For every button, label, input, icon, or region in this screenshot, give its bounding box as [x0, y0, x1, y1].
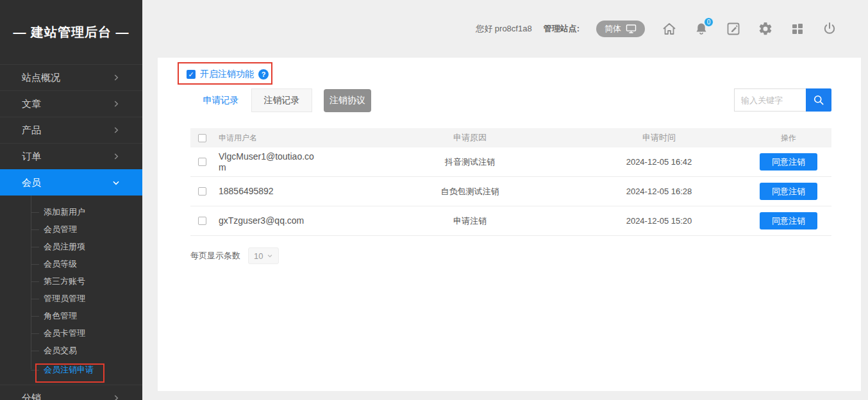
search-input[interactable] [734, 88, 806, 112]
sidebar-item-add-user[interactable]: 添加新用户 [0, 203, 142, 221]
chevron-right-icon [112, 394, 121, 400]
page-size-value: 10 [254, 251, 263, 261]
col-header-reason: 申请原因 [367, 132, 572, 144]
notification-badge: 0 [704, 17, 714, 27]
search-button[interactable] [806, 88, 831, 112]
sidebar-item-orders[interactable]: 订单 [0, 143, 142, 169]
sidebar-item-label: 站点概况 [22, 72, 60, 84]
pagination: 每页显示条数 10 [190, 247, 279, 264]
col-header-action: 操作 [746, 133, 831, 144]
sidebar-item-distribution[interactable]: 分销 [0, 385, 142, 400]
enable-cancellation-checkbox[interactable]: ✓ [187, 70, 196, 79]
cell-reason: 自负包测试注销 [367, 186, 572, 197]
tab-bar: 申请记录 注销记录 注销协议 [190, 88, 371, 112]
apps-grid-icon[interactable] [790, 21, 805, 37]
power-logout-icon[interactable] [822, 21, 837, 37]
sidebar-item-label: 订单 [22, 151, 41, 163]
sidebar-item-member-levels[interactable]: 会员等级 [0, 255, 142, 272]
cell-time: 2024-12-05 16:28 [572, 187, 746, 196]
sidebar-item-label: 会员 [22, 177, 41, 189]
help-question-icon[interactable]: ? [258, 69, 269, 79]
app-logo: — 建站管理后台 — [0, 0, 142, 64]
table-header-row: 申请用户名 申请原因 申请时间 操作 [190, 128, 831, 147]
tab-cancellation-agreement[interactable]: 注销协议 [324, 89, 371, 112]
search-icon [812, 94, 825, 106]
cell-reason: 申请注销 [367, 215, 572, 227]
cell-username: 18856495892 [219, 186, 316, 197]
language-label: 简体 [605, 23, 621, 35]
sidebar-item-admin-management[interactable]: 管理员管理 [0, 290, 142, 307]
sidebar-item-members[interactable]: 会员 [0, 169, 142, 196]
sidebar-item-site-overview[interactable]: 站点概况 [0, 64, 142, 90]
sidebar-item-products[interactable]: 产品 [0, 117, 142, 143]
col-header-username: 申请用户名 [213, 133, 367, 144]
cell-time: 2024-12-05 15:20 [572, 216, 746, 226]
table-row: gxTzguser3@qq.com 申请注销 2024-12-05 15:20 … [190, 206, 831, 236]
sidebar-item-registration-fields[interactable]: 会员注册项 [0, 238, 142, 255]
managed-site-label: 管理站点: [544, 23, 580, 35]
sidebar-item-label: 分销 [22, 392, 41, 400]
chevron-down-icon [112, 178, 121, 187]
table-row: 18856495892 自负包测试注销 2024-12-05 16:28 同意注… [190, 177, 831, 206]
table-row: VlgcMuser1@toutiao.com 抖音测试注销 2024-12-05… [190, 147, 831, 177]
members-submenu: 添加新用户 会员管理 会员注册项 会员等级 第三方账号 管理员管理 角色管理 会… [0, 196, 142, 385]
sidebar: — 建站管理后台 — 站点概况 文章 产品 订单 会员 [0, 0, 142, 400]
page-size-label: 每页显示条数 [190, 250, 240, 262]
sidebar-item-third-party-accounts[interactable]: 第三方账号 [0, 272, 142, 290]
tab-cancellation-records[interactable]: 注销记录 [251, 88, 312, 112]
page-size-select[interactable]: 10 [248, 247, 279, 264]
admin-app: — 建站管理后台 — 站点概况 文章 产品 订单 会员 [0, 0, 868, 400]
chevron-right-icon [112, 152, 121, 161]
enable-cancellation-label: 开启注销功能 [200, 69, 254, 80]
user-greeting: 您好 pro8cf1a8 [476, 23, 531, 35]
agree-cancellation-button[interactable]: 同意注销 [760, 183, 817, 200]
content-panel: ✓ 开启注销功能 ? 申请记录 注销记录 注销协议 申请用户名 申请原因 [158, 58, 861, 391]
sidebar-item-label: 文章 [22, 98, 41, 110]
language-pill-button[interactable]: 简体 [596, 21, 645, 37]
tab-application-records[interactable]: 申请记录 [190, 88, 251, 112]
row-checkbox[interactable] [198, 187, 206, 196]
cell-reason: 抖音测试注销 [367, 156, 572, 168]
sidebar-item-member-management[interactable]: 会员管理 [0, 221, 142, 238]
sidebar-item-member-cancellation[interactable]: 会员注销申请 [0, 361, 142, 378]
edit-icon[interactable] [726, 21, 741, 37]
cell-time: 2024-12-05 16:42 [572, 157, 746, 167]
row-checkbox[interactable] [198, 217, 206, 225]
agree-cancellation-button[interactable]: 同意注销 [760, 212, 817, 229]
home-icon[interactable] [662, 21, 677, 37]
monitor-icon [626, 24, 637, 33]
sidebar-item-articles[interactable]: 文章 [0, 90, 142, 117]
agree-cancellation-button[interactable]: 同意注销 [760, 153, 817, 171]
cell-username: VlgcMuser1@toutiao.com [219, 151, 316, 173]
settings-gear-icon[interactable] [758, 21, 773, 37]
requests-table: 申请用户名 申请原因 申请时间 操作 VlgcMuser1@toutiao.co… [190, 128, 831, 236]
topbar: 您好 pro8cf1a8 管理站点: 简体 0 [142, 0, 868, 58]
notifications-bell-icon[interactable]: 0 [694, 21, 709, 37]
sidebar-item-member-transactions[interactable]: 会员交易 [0, 342, 142, 359]
chevron-right-icon [112, 126, 121, 135]
chevron-right-icon [112, 99, 121, 108]
sidebar-item-role-management[interactable]: 角色管理 [0, 307, 142, 324]
search-bar [734, 88, 831, 112]
sidebar-item-label: 产品 [22, 124, 41, 137]
cell-username: gxTzguser3@qq.com [219, 215, 316, 226]
cancellation-toggle-row: ✓ 开启注销功能 ? [179, 63, 276, 85]
sidebar-item-member-cards[interactable]: 会员卡管理 [0, 324, 142, 342]
chevron-right-icon [112, 73, 121, 82]
row-checkbox[interactable] [198, 158, 206, 166]
select-all-checkbox[interactable] [198, 134, 206, 142]
col-header-time: 申请时间 [572, 132, 746, 144]
